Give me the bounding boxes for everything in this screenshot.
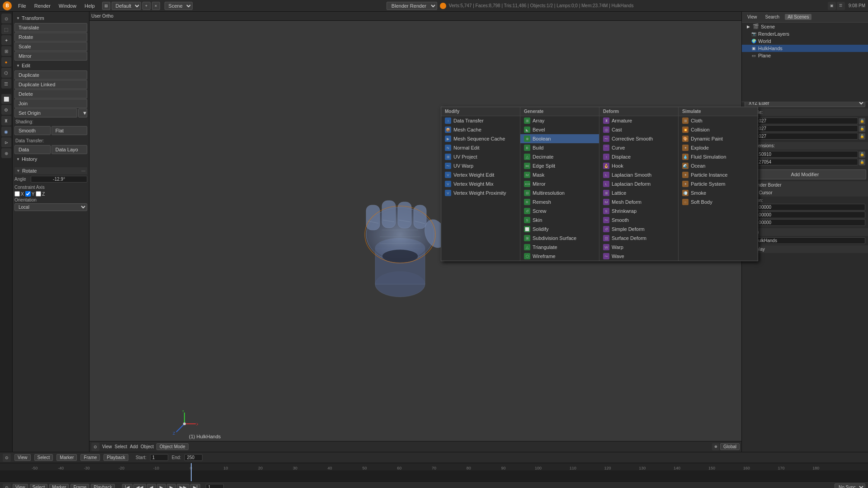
outliner-tab-all-scenes[interactable]: All Scenes xyxy=(785,14,811,20)
sync-select[interactable]: No Sync xyxy=(835,483,865,488)
menu-window[interactable]: Window xyxy=(55,2,80,9)
dim-y-lock[interactable]: 🔒 xyxy=(859,159,865,165)
mod-explode[interactable]: ✦ Explode xyxy=(679,143,758,152)
play-btn[interactable]: ▶ xyxy=(157,484,166,488)
cursor-3d-header[interactable]: 3D Cursor xyxy=(742,189,868,197)
mod-mesh-sequence-cache[interactable]: ▶ Mesh Sequence Cache xyxy=(441,134,520,143)
mod-particle-system[interactable]: ✦ Particle System xyxy=(679,179,758,188)
mod-warp[interactable]: W Warp xyxy=(599,243,678,252)
render-engine-select[interactable]: Blender Render xyxy=(387,2,437,10)
mod-mask[interactable]: M Mask xyxy=(520,170,599,179)
mod-triangulate[interactable]: △ Triangulate xyxy=(520,243,599,252)
scene-select[interactable]: Scene xyxy=(165,2,193,10)
tool-icon-11[interactable]: ◉ xyxy=(1,127,11,136)
global-snap-icon[interactable]: ⊕ xyxy=(712,443,719,450)
tool-icon-13[interactable]: ⊕ xyxy=(1,148,11,158)
mod-mesh-cache[interactable]: 📦 Mesh Cache xyxy=(441,125,520,134)
cursor-x-input[interactable]: 0.00000 xyxy=(753,204,865,211)
data-layers-btn[interactable]: Data Layo xyxy=(52,145,88,154)
layout-icon[interactable]: ⊞ xyxy=(102,2,110,10)
mod-subdivision-surface[interactable]: ⊞ Subdivision Surface xyxy=(520,234,599,243)
transform-section[interactable]: Transform xyxy=(13,14,89,23)
tool-icon-9[interactable]: ⚙ xyxy=(1,105,11,115)
mod-cast[interactable]: ◎ Cast xyxy=(599,125,678,134)
prev-keyframe-btn[interactable]: ◀◀ xyxy=(133,484,146,488)
scale-x-input[interactable]: 0.027 xyxy=(753,117,858,124)
z-axis-check[interactable] xyxy=(36,191,41,197)
playback-icon[interactable]: ⊙ xyxy=(3,483,11,488)
translate-btn[interactable]: Translate xyxy=(14,23,87,32)
display-header[interactable]: Display xyxy=(742,245,868,253)
x-axis-check[interactable] xyxy=(14,191,20,197)
mod-laplacian-deform[interactable]: L Laplacian Deform xyxy=(599,179,678,188)
mod-uv-warp[interactable]: 〜 UV Warp xyxy=(441,161,520,170)
scale-y-lock[interactable]: 🔒 xyxy=(859,126,865,132)
mod-laplacian-smooth[interactable]: L Laplacian Smooth xyxy=(599,170,678,179)
mod-uv-project[interactable]: ⊞ UV Project xyxy=(441,152,520,161)
tool-icon-7[interactable]: ☰ xyxy=(1,79,11,89)
mod-vertex-weight-mix[interactable]: V Vertex Weight Mix xyxy=(441,179,520,188)
scale-btn[interactable]: Scale xyxy=(14,42,87,51)
render-btn[interactable] xyxy=(440,3,446,9)
mod-particle-instance[interactable]: ✦ Particle Instance xyxy=(679,170,758,179)
mod-dynamic-paint[interactable]: 🎨 Dynamic Paint xyxy=(679,134,758,143)
set-origin-btn[interactable]: Set Origin xyxy=(14,108,77,117)
tool-icon-5[interactable]: ● xyxy=(1,57,11,67)
join-btn[interactable]: Join xyxy=(14,99,87,108)
cursor-z-input[interactable]: 0.00000 xyxy=(753,219,865,226)
mod-screw[interactable]: ↺ Screw xyxy=(520,206,599,216)
outliner-tab-view[interactable]: View xyxy=(745,14,760,20)
edit-section[interactable]: Edit xyxy=(13,61,89,70)
angle-input[interactable]: -12.9° xyxy=(31,176,87,183)
timeline-icon[interactable]: ⊙ xyxy=(3,454,11,462)
outliner-item-scene[interactable]: ▶ 🎬 Scene xyxy=(742,23,868,30)
duplicate-btn[interactable]: Duplicate xyxy=(14,70,87,80)
outliner-tab-search[interactable]: Search xyxy=(763,14,783,20)
jump-end-btn[interactable]: ▶| xyxy=(190,484,201,488)
tool-icon-10[interactable]: ♜ xyxy=(1,116,11,126)
scale-z-input[interactable]: 0.027 xyxy=(753,133,858,140)
tool-icon-4[interactable]: ⊞ xyxy=(1,46,11,56)
mod-simple-deform[interactable]: ↺ Simple Deform xyxy=(599,225,678,234)
render-border-header[interactable]: Render Border xyxy=(742,181,868,189)
viewport-view-btn[interactable]: View xyxy=(102,444,112,449)
rotate-btn[interactable]: Rotate xyxy=(14,33,87,42)
end-frame-input[interactable]: 250 xyxy=(184,454,203,461)
mod-normal-edit[interactable]: N Normal Edit xyxy=(441,143,520,152)
item-name-input[interactable]: HulkHands xyxy=(753,237,865,244)
mod-curve[interactable]: ⌒ Curve xyxy=(599,143,678,152)
tool-icon-6[interactable]: ⌬ xyxy=(1,68,11,78)
mod-corrective-smooth[interactable]: 〜 Corrective Smooth xyxy=(599,134,678,143)
mod-decimate[interactable]: △ Decimate xyxy=(520,152,599,161)
mod-mesh-deform[interactable]: M Mesh Deform xyxy=(599,197,678,206)
menu-help[interactable]: Help xyxy=(81,2,99,9)
item-header[interactable]: Item xyxy=(742,228,868,236)
timeline-select-btn[interactable]: Select xyxy=(34,454,53,461)
menu-file[interactable]: File xyxy=(14,2,30,9)
layout-select[interactable]: Default xyxy=(112,2,141,10)
layout-close-icon[interactable]: × xyxy=(152,2,160,10)
viewport-select-btn[interactable]: Select xyxy=(115,444,127,449)
mod-wave[interactable]: 〜 Wave xyxy=(599,252,678,261)
mod-ocean[interactable]: 🌊 Ocean xyxy=(679,161,758,170)
prev-frame-btn[interactable]: ◀ xyxy=(147,484,156,488)
duplicate-linked-btn[interactable]: Duplicate Linked xyxy=(14,80,87,89)
tool-icon-2[interactable]: ⬚ xyxy=(1,24,11,34)
history-section[interactable]: History xyxy=(13,155,89,164)
smooth-btn[interactable]: Smooth xyxy=(14,126,51,135)
object-mode-select[interactable]: Object Mode xyxy=(156,443,189,450)
delete-btn[interactable]: Delete xyxy=(14,89,87,99)
outliner-item-render-layers[interactable]: 📷 RenderLayers xyxy=(742,30,868,38)
timeline-frame-btn[interactable]: Frame xyxy=(80,454,100,461)
mod-bevel[interactable]: ◣ Bevel xyxy=(520,125,599,134)
timeline-view-btn[interactable]: View xyxy=(14,454,31,461)
scale-y-input[interactable]: 0.027 xyxy=(753,125,858,132)
data-btn[interactable]: Data xyxy=(14,145,51,154)
mod-lattice[interactable]: ⊞ Lattice xyxy=(599,188,678,197)
playback-playback-btn[interactable]: Playback xyxy=(91,484,115,488)
start-frame-input[interactable]: 1 xyxy=(150,454,168,461)
mod-data-transfer[interactable]: ↕ Data Transfer xyxy=(441,116,520,125)
next-frame-btn[interactable]: ▶ xyxy=(167,484,176,488)
mod-hook[interactable]: 🪝 Hook xyxy=(599,161,678,170)
tool-icon-1[interactable]: ⊙ xyxy=(1,14,11,23)
